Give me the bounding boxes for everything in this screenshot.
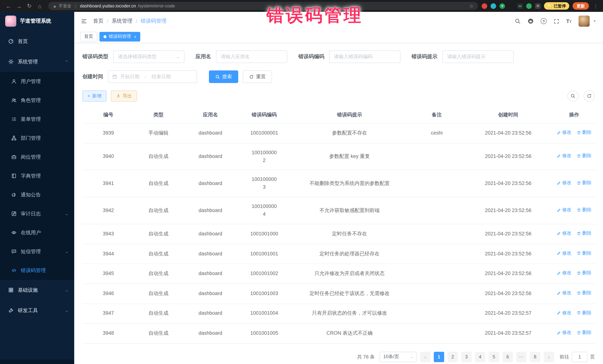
page-button-1[interactable]: 1 <box>434 352 444 362</box>
cell-msg: CRON 表达式不正确 <box>290 323 409 343</box>
breadcrumb-item[interactable]: 首页 <box>93 18 104 24</box>
browser-update-button[interactable]: 更新 <box>573 2 589 10</box>
tab-active[interactable]: 错误码管理× <box>99 32 140 41</box>
browser-extension-icon[interactable] <box>508 3 514 9</box>
app-name-input[interactable]: 请输入应用名 <box>216 50 287 63</box>
browser-menu-icon[interactable]: ⋮ <box>592 3 599 9</box>
home-icon[interactable]: ⌂ <box>35 1 45 11</box>
end-date-placeholder: 结束日期 <box>151 73 171 80</box>
page-ellipsis[interactable]: ··· <box>516 352 527 362</box>
sidebar-item-user[interactable]: 用户管理 <box>0 72 74 91</box>
add-button[interactable]: + 新增 <box>82 90 107 101</box>
sidebar-item-role[interactable]: 角色管理 <box>0 91 74 110</box>
logo-row[interactable]: 芋道管理系统 <box>0 12 74 30</box>
address-bar[interactable]: ▲ 不安全 | dashboard.yudao.iocoder.cn/syste… <box>48 2 478 10</box>
tab-item[interactable]: 首页 <box>80 32 97 41</box>
github-icon[interactable] <box>528 18 533 24</box>
prev-page-button[interactable]: ‹ <box>420 352 430 362</box>
error-type-select[interactable]: 请选择错误码类型 ⌄ <box>113 50 185 63</box>
delete-row-button[interactable]: 删除 <box>577 289 591 297</box>
sidebar-item-audit-log[interactable]: 审计日志⌄ <box>0 204 74 223</box>
close-icon[interactable]: × <box>134 34 136 39</box>
filter-label: 错误码提示 <box>412 53 438 60</box>
search-icon[interactable] <box>515 18 521 24</box>
page-button-3[interactable]: 3 <box>461 352 472 362</box>
delete-row-button[interactable]: 删除 <box>577 129 591 136</box>
cell-code: 1001001002 <box>238 264 290 284</box>
edit-row-button[interactable]: 修改 <box>557 230 571 237</box>
edit-row-button[interactable]: 修改 <box>557 152 571 160</box>
table-tools <box>567 90 595 101</box>
search-button[interactable]: 搜索 <box>209 70 238 83</box>
edit-row-button[interactable]: 修改 <box>557 270 571 277</box>
filter-group-app: 应用名 请输入应用名 <box>196 50 287 63</box>
sidebar-toggle-icon[interactable] <box>81 18 87 24</box>
cell-id: 3942 <box>82 197 134 224</box>
browser-extension-icon[interactable]: on <box>517 3 523 9</box>
forward-icon[interactable]: → <box>14 1 24 11</box>
delete-row-button[interactable]: 删除 <box>577 250 591 257</box>
sidebar-item-home[interactable]: 首页 <box>0 31 74 52</box>
profile-paused-badge[interactable]: 已暂停 <box>544 2 569 10</box>
delete-row-button[interactable]: 删除 <box>577 329 591 336</box>
edit-row-button[interactable]: 修改 <box>557 250 571 257</box>
url-path: /system/error-code <box>138 3 175 9</box>
back-icon[interactable]: ← <box>4 1 13 11</box>
error-code-input[interactable]: 请输入错误码编码 <box>329 50 400 63</box>
sidebar-item-notice[interactable]: 通知公告 <box>0 185 74 204</box>
delete-row-button[interactable]: 删除 <box>577 309 591 317</box>
user-avatar[interactable] <box>579 16 590 27</box>
sms-icon <box>11 249 17 254</box>
fullscreen-icon[interactable] <box>554 18 559 24</box>
edit-row-button[interactable]: 修改 <box>557 129 571 136</box>
sidebar-item-error-code[interactable]: 错误码管理 <box>0 261 74 280</box>
date-range-picker[interactable]: 开始日期 - 结束日期 <box>108 70 197 83</box>
page-button-5[interactable]: 5 <box>489 352 499 362</box>
browser-extension-icon[interactable] <box>491 3 496 9</box>
page-button-2[interactable]: 2 <box>448 352 458 362</box>
error-msg-input[interactable]: 请输入错误码提示 <box>442 50 514 63</box>
page-size-select[interactable]: 10条/页 ⌄ <box>380 352 417 362</box>
page-button-6[interactable]: 6 <box>502 352 513 362</box>
sidebar-item-dept[interactable]: 部门管理 <box>0 129 74 147</box>
edit-row-button[interactable]: 修改 <box>557 309 571 317</box>
export-button[interactable]: 导出 <box>111 90 137 101</box>
show-search-icon[interactable] <box>567 90 579 101</box>
edit-row-button[interactable]: 修改 <box>557 179 571 187</box>
sidebar-item-menu[interactable]: 菜单管理 <box>0 110 74 129</box>
edit-row-button[interactable]: 修改 <box>557 207 571 214</box>
delete-row-button[interactable]: 删除 <box>577 270 591 277</box>
chevron-down-icon[interactable]: ▼ <box>593 19 596 23</box>
page-button-8[interactable]: 8 <box>530 352 540 362</box>
goto-page-input[interactable]: 1 <box>572 352 587 362</box>
delete-row-button[interactable]: 删除 <box>577 230 591 237</box>
browser-extension-icon[interactable] <box>526 3 532 9</box>
breadcrumb-item[interactable]: 系统管理 <box>112 18 132 24</box>
sidebar-collapse-bar[interactable] <box>0 360 74 364</box>
edit-row-button[interactable]: 修改 <box>557 329 571 336</box>
delete-row-button[interactable]: 删除 <box>577 207 591 214</box>
page-button-4[interactable]: 4 <box>475 352 485 362</box>
sidebar-item-dev-tools[interactable]: 研发工具⌄ <box>0 300 74 321</box>
sidebar-item-post[interactable]: 岗位管理 <box>0 147 74 166</box>
reset-button[interactable]: 重置 <box>243 70 272 83</box>
help-icon[interactable]: ? <box>541 18 547 24</box>
browser-extension-icon[interactable]: V <box>499 3 505 9</box>
sidebar-item-infra[interactable]: 基础设施⌄ <box>0 280 74 300</box>
sidebar-item-dict[interactable]: 字典管理 <box>0 166 74 185</box>
refresh-table-icon[interactable] <box>584 90 595 101</box>
delete-row-button[interactable]: 删除 <box>577 179 591 187</box>
delete-row-button[interactable]: 删除 <box>577 152 591 160</box>
sidebar-item-online-user[interactable]: 在线用户 <box>0 223 74 242</box>
font-size-icon[interactable]: TT <box>566 18 571 24</box>
bookmark-star-icon[interactable]: ☆ <box>469 3 474 9</box>
browser-extension-icon[interactable] <box>482 3 487 9</box>
plus-icon: + <box>88 93 90 99</box>
puzzle-extension-icon[interactable]: ⚙ <box>535 3 541 9</box>
cell-time: 2021-04-20 23:52:56 <box>464 284 552 304</box>
reload-icon[interactable]: ↻ <box>24 1 34 11</box>
sidebar-item-system[interactable]: 系统管理⌃ <box>0 52 74 72</box>
sidebar-item-sms[interactable]: 短信管理⌄ <box>0 242 74 261</box>
next-page-button[interactable]: › <box>544 352 554 362</box>
edit-row-button[interactable]: 修改 <box>557 289 571 297</box>
